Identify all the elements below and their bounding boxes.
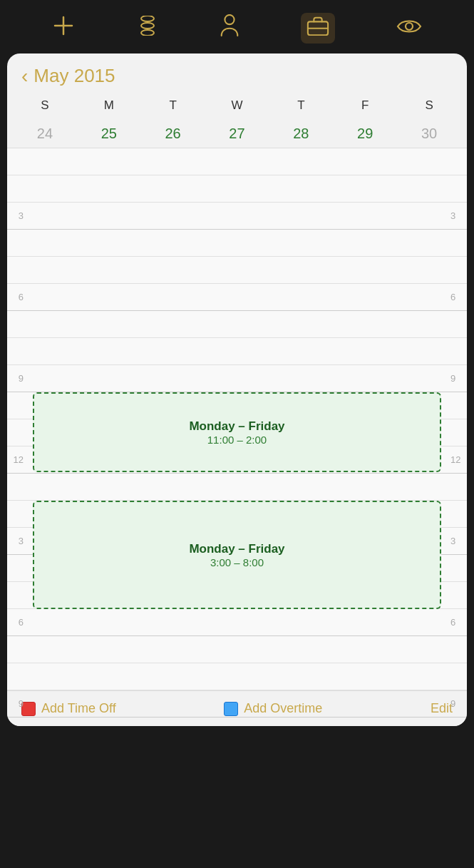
date-28[interactable]: 28 bbox=[269, 121, 333, 146]
day-headers: S M T W T F S bbox=[7, 93, 467, 118]
shift-1-title: Monday – Friday bbox=[189, 419, 284, 434]
time-row-6a: 6 6 bbox=[7, 284, 467, 311]
shift-1-time: 11:00 – 2:00 bbox=[207, 434, 267, 446]
svg-point-3 bbox=[141, 23, 154, 29]
svg-point-4 bbox=[141, 30, 154, 36]
prev-month-button[interactable]: ‹ bbox=[21, 66, 28, 86]
add-icon[interactable] bbox=[52, 14, 75, 42]
shift-block-2[interactable]: Monday – Friday 3:00 – 8:00 bbox=[33, 501, 441, 609]
day-header-sun: S bbox=[13, 96, 77, 116]
schedule-area: 3 3 6 6 9 bbox=[7, 148, 467, 690]
time-row-blank1 bbox=[7, 148, 467, 175]
time-row-blank5 bbox=[7, 311, 467, 338]
day-header-fri: F bbox=[333, 96, 397, 116]
time-row-blank6 bbox=[7, 338, 467, 365]
person-icon[interactable] bbox=[220, 14, 239, 42]
time-row-blank3 bbox=[7, 230, 467, 257]
time-row-9p: 9 9 bbox=[7, 690, 467, 718]
date-30[interactable]: 30 bbox=[397, 121, 461, 146]
date-24[interactable]: 24 bbox=[13, 121, 77, 146]
time-row-blank9 bbox=[7, 474, 467, 501]
toolbar bbox=[0, 0, 474, 53]
date-29[interactable]: 29 bbox=[333, 121, 397, 146]
time-row-3a: 3 3 bbox=[7, 203, 467, 230]
briefcase-icon[interactable] bbox=[301, 13, 335, 44]
time-row-blank15 bbox=[7, 718, 467, 726]
time-row-6p: 6 6 bbox=[7, 609, 467, 636]
day-header-sat: S bbox=[397, 96, 461, 116]
date-27[interactable]: 27 bbox=[205, 121, 269, 146]
day-header-mon: M bbox=[77, 96, 141, 116]
time-row-blank4 bbox=[7, 257, 467, 284]
dates-row: 24 25 26 27 28 29 30 bbox=[7, 118, 467, 148]
time-row-blank13 bbox=[7, 636, 467, 663]
svg-point-8 bbox=[406, 23, 413, 30]
time-row-blank2 bbox=[7, 175, 467, 203]
shift-2-title: Monday – Friday bbox=[189, 542, 284, 556]
date-26[interactable]: 26 bbox=[141, 121, 205, 146]
shift-block-1[interactable]: Monday – Friday 11:00 – 2:00 bbox=[33, 392, 441, 472]
svg-point-2 bbox=[141, 16, 154, 21]
shift-2-time: 3:00 – 8:00 bbox=[210, 556, 264, 568]
list-icon[interactable] bbox=[136, 16, 159, 41]
calendar-card: ‹ May 2015 S M T W T F S 24 25 26 27 28 … bbox=[7, 53, 467, 726]
svg-point-5 bbox=[225, 15, 235, 24]
month-header: ‹ May 2015 bbox=[7, 53, 467, 93]
day-header-tue: T bbox=[141, 96, 205, 116]
time-row-blank14 bbox=[7, 663, 467, 690]
day-header-thu: T bbox=[269, 96, 333, 116]
eye-icon[interactable] bbox=[396, 17, 422, 40]
date-25[interactable]: 25 bbox=[77, 121, 141, 146]
month-title: May 2015 bbox=[34, 65, 115, 87]
day-header-wed: W bbox=[205, 96, 269, 116]
time-row-9a: 9 9 bbox=[7, 365, 467, 392]
